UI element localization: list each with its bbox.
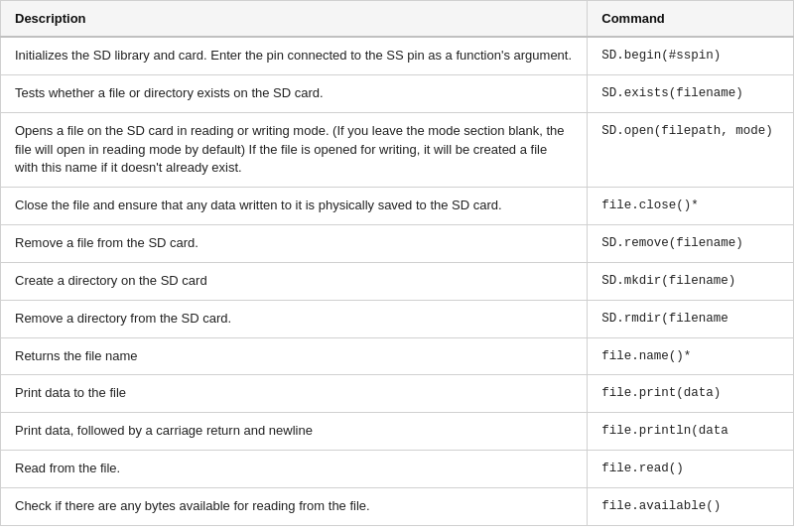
table-row: Close the file and ensure that any data … <box>1 188 794 225</box>
table-row: Opens a file on the SD card in reading o… <box>1 112 794 188</box>
cell-command: SD.remove(filename) <box>588 225 794 263</box>
cell-description: Read from the file. <box>1 451 588 488</box>
cell-description: Returns the file name <box>1 337 588 375</box>
cell-description: Create a directory on the SD card <box>1 262 588 300</box>
cell-description: Remove a directory from the SD card. <box>1 300 588 337</box>
table-row: Initializes the SD library and card. Ent… <box>1 37 794 74</box>
table-row: Create a directory on the SD cardSD.mkdi… <box>1 262 794 300</box>
header-command: Command <box>588 1 794 38</box>
cell-description: Print data to the file <box>1 375 588 413</box>
table-row: Remove a file from the SD card.SD.remove… <box>1 225 794 263</box>
sd-commands-table: Description Command Initializes the SD l… <box>0 0 794 526</box>
cell-command: SD.rmdir(filename <box>588 300 794 337</box>
table-row: Check if there are any bytes available f… <box>1 487 794 525</box>
cell-command: SD.mkdir(filename) <box>588 262 794 300</box>
table-row: Tests whether a file or directory exists… <box>1 74 794 112</box>
cell-command: file.close()* <box>588 188 794 225</box>
cell-description: Initializes the SD library and card. Ent… <box>1 37 588 74</box>
table-row: Print data to the filefile.print(data) <box>1 375 794 413</box>
cell-description: Close the file and ensure that any data … <box>1 188 588 225</box>
cell-command: SD.exists(filename) <box>588 74 794 112</box>
cell-command: SD.begin(#sspin) <box>588 37 794 74</box>
table-row: Read from the file.file.read() <box>1 451 794 488</box>
cell-command: file.name()* <box>588 337 794 375</box>
cell-description: Check if there are any bytes available f… <box>1 487 588 525</box>
cell-command: file.print(data) <box>588 375 794 413</box>
table-row: Print data, followed by a carriage retur… <box>1 413 794 451</box>
table-row: Returns the file namefile.name()* <box>1 337 794 375</box>
header-description: Description <box>1 1 588 38</box>
table-row: Remove a directory from the SD card.SD.r… <box>1 300 794 337</box>
table-header-row: Description Command <box>1 1 794 38</box>
cell-description: Tests whether a file or directory exists… <box>1 74 588 112</box>
cell-description: Opens a file on the SD card in reading o… <box>1 112 588 188</box>
cell-command: file.read() <box>588 451 794 488</box>
cell-command: SD.open(filepath, mode) <box>588 112 794 188</box>
cell-command: file.available() <box>588 487 794 525</box>
cell-description: Remove a file from the SD card. <box>1 225 588 263</box>
cell-command: file.println(data <box>588 413 794 451</box>
cell-description: Print data, followed by a carriage retur… <box>1 413 588 451</box>
